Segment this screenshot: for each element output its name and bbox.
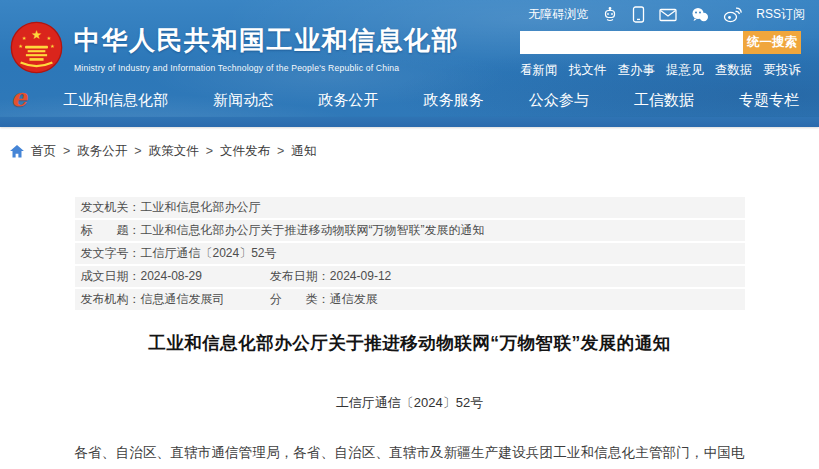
quick-link-suggestions[interactable]: 提意见: [666, 62, 704, 79]
home-icon[interactable]: [10, 145, 24, 158]
meta-row-org-category: 发布机构：信息通信发展司 分 类：通信发展: [75, 289, 745, 310]
search-button[interactable]: 统一搜索: [743, 31, 801, 54]
quick-link-complaints[interactable]: 要投诉: [763, 62, 801, 79]
meta-row-doc-number: 发文字号：工信厅通信〔2024〕52号: [75, 243, 745, 264]
site-subtitle: Ministry of Industry and Information Tec…: [74, 63, 459, 73]
breadcrumb-home[interactable]: 首页: [31, 143, 56, 160]
doc-meta-table: 发文机关：工业和信息化部办公厅 标 题：工业和信息化部办公厅关于推进移动物联网“…: [75, 197, 745, 310]
svg-text:★: ★: [18, 43, 23, 49]
national-emblem-logo[interactable]: ★ ★ ★ ★ ★: [10, 21, 63, 74]
quick-links: 看新闻 找文件 查办事 提意见 查数据 要投诉: [520, 62, 801, 79]
site-logo-text[interactable]: 中华人民共和国工业和信息化部 Ministry of Industry and …: [74, 23, 459, 73]
nav-item-gov-disclosure[interactable]: 政务公开: [318, 91, 378, 110]
svg-text:★: ★: [46, 35, 51, 41]
nav-item-news[interactable]: 新闻动态: [213, 91, 273, 110]
emblem-star-big: ★: [31, 28, 42, 42]
meta-row-issuing-org: 发文机关：工业和信息化部办公厅: [75, 197, 745, 218]
svg-text:★: ★: [50, 43, 55, 49]
breadcrumb: 首页 > 政务公开 > 政策文件 > 文件发布 > 通知: [10, 142, 819, 160]
article-title: 工业和信息化部办公厅关于推进移动物联网“万物智联”发展的通知: [75, 331, 745, 355]
quick-link-news[interactable]: 看新闻: [520, 62, 558, 79]
utility-bar: 无障碍浏览: [528, 6, 805, 23]
article-container: 发文机关：工业和信息化部办公厅 标 题：工业和信息化部办公厅关于推进移动物联网“…: [75, 197, 745, 469]
robot-icon[interactable]: [602, 7, 618, 23]
nav-item-data[interactable]: 工信数据: [634, 91, 694, 110]
search-input[interactable]: [520, 31, 743, 54]
breadcrumb-file-release[interactable]: 文件发布: [220, 143, 270, 160]
weibo-icon[interactable]: [723, 7, 742, 23]
meta-row-dates: 成文日期：2024-08-29 发布日期：2024-09-12: [75, 266, 745, 287]
nav-item-public-participation[interactable]: 公众参与: [529, 91, 589, 110]
svg-text:★: ★: [22, 35, 27, 41]
main-nav: e 工业和信息化部 新闻动态 政务公开 政务服务 公众参与 工信数据 专题专栏: [0, 84, 819, 117]
nav-bottom-strip: [0, 117, 819, 127]
nav-item-gov-services[interactable]: 政务服务: [423, 91, 483, 110]
accessibility-link[interactable]: 无障碍浏览: [528, 6, 588, 23]
wechat-icon[interactable]: [691, 7, 709, 23]
breadcrumb-notice: 通知: [291, 143, 316, 160]
gov-e-icon: e: [11, 85, 27, 110]
rss-link[interactable]: RSS订阅: [756, 6, 805, 23]
nav-item-miit[interactable]: 工业和信息化部: [63, 91, 168, 110]
quick-link-files[interactable]: 找文件: [569, 62, 607, 79]
search-area: 统一搜索 看新闻 找文件 查办事 提意见 查数据 要投诉: [520, 31, 801, 79]
mail-icon[interactable]: [659, 8, 677, 22]
meta-row-title: 标 题：工业和信息化部办公厅关于推进移动物联网“万物智联”发展的通知: [75, 220, 745, 241]
article-doc-number: 工信厅通信〔2024〕52号: [75, 394, 745, 412]
site-header: 无障碍浏览: [0, 0, 819, 127]
site-title: 中华人民共和国工业和信息化部: [74, 23, 459, 58]
article-body: 各省、自治区、直辖市通信管理局，各省、自治区、直辖市及新疆生产建设兵团工业和信息…: [75, 438, 745, 469]
breadcrumb-gov-disclosure[interactable]: 政务公开: [77, 143, 127, 160]
quick-link-data[interactable]: 查数据: [715, 62, 753, 79]
nav-item-special-columns[interactable]: 专题专栏: [739, 91, 799, 110]
mobile-icon[interactable]: [632, 6, 645, 23]
breadcrumb-policy-files[interactable]: 政策文件: [149, 143, 199, 160]
quick-link-services[interactable]: 查办事: [617, 62, 655, 79]
